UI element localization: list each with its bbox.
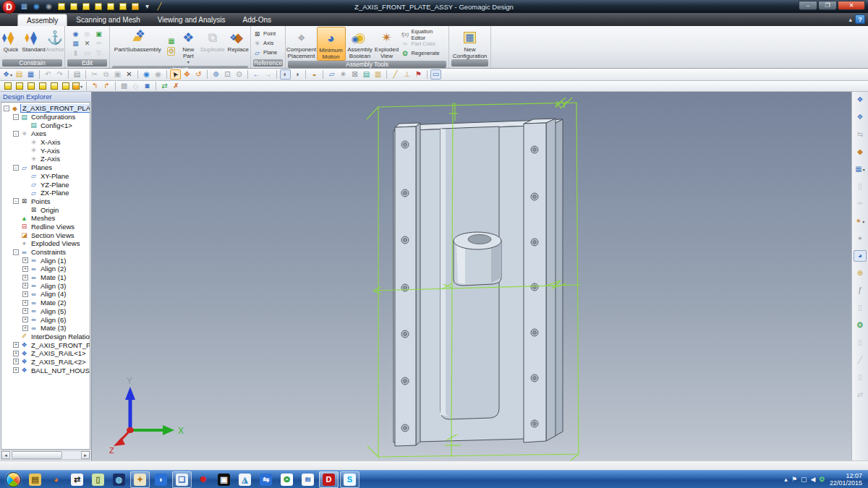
- tree-item[interactable]: -Planes: [1, 163, 90, 172]
- taskbar-item-phone-app[interactable]: ▯: [88, 471, 108, 488]
- tree-toggle[interactable]: +: [13, 351, 19, 356]
- tree-toggle[interactable]: +: [22, 317, 28, 322]
- scroll-thumb[interactable]: [12, 451, 62, 459]
- minimize-ribbon-button[interactable]: ▴: [848, 16, 852, 23]
- exploded-view-button[interactable]: ✴ Exploded View: [375, 27, 399, 61]
- network-icon[interactable]: ▢: [801, 476, 807, 483]
- monitor-button[interactable]: ▭: [430, 69, 441, 80]
- axis-ref-button[interactable]: ✳: [338, 69, 349, 80]
- tree-toggle[interactable]: +: [22, 300, 28, 306]
- view-right-button[interactable]: [93, 1, 103, 12]
- action-center-icon[interactable]: ⚑: [791, 476, 797, 483]
- anchor-part-button[interactable]: ◆: [854, 146, 867, 158]
- new-part-button[interactable]: ❖ New Part: [177, 27, 199, 66]
- tree-toggle[interactable]: +: [22, 275, 28, 281]
- view-back-button[interactable]: [14, 81, 25, 91]
- explorer-horizontal-scrollbar[interactable]: ◂ ▸: [1, 450, 90, 460]
- tree-toggle[interactable]: +: [13, 342, 19, 348]
- tree-item[interactable]: Y-Axis: [1, 146, 90, 155]
- part-color-button[interactable]: ✑Part Color: [399, 39, 448, 48]
- tree-toggle[interactable]: -: [4, 106, 9, 111]
- tab-add-ons[interactable]: Add-Ons: [234, 14, 280, 26]
- tree-item[interactable]: ZX-Plane: [1, 189, 90, 197]
- minimize-button[interactable]: –: [799, 1, 817, 10]
- edit-tool-1[interactable]: ◉: [73, 30, 79, 38]
- wireframe-view-button[interactable]: ◑: [292, 69, 302, 80]
- tree-item[interactable]: +Z_AXIS_RAIL<2>: [1, 358, 90, 367]
- zoom-fit-button[interactable]: ⊙: [234, 69, 244, 80]
- anchor-button[interactable]: ⚓ Anchor: [46, 27, 64, 59]
- view-front-button[interactable]: [56, 1, 67, 12]
- save-button[interactable]: ▦: [25, 69, 36, 80]
- edit-tool-7[interactable]: ▮: [74, 49, 77, 56]
- component-placement-button[interactable]: ⌖: [854, 233, 867, 244]
- tab-assembly[interactable]: Assembly: [17, 14, 67, 26]
- duplicate-button[interactable]: ▯: [854, 181, 867, 192]
- tree-item[interactable]: X-Axis: [1, 138, 90, 147]
- close-button[interactable]: ✕: [838, 1, 865, 10]
- tree-toggle[interactable]: +: [22, 325, 28, 331]
- view-list-dropdown[interactable]: ▾: [142, 1, 153, 12]
- tree-item[interactable]: Meshes: [1, 214, 90, 223]
- refresh-button[interactable]: ⇄: [159, 81, 170, 91]
- view-bottom-button[interactable]: [60, 81, 71, 91]
- measure-button[interactable]: ╱: [390, 69, 401, 80]
- zoom-window-button[interactable]: ⊡: [222, 69, 233, 80]
- model-right-rail[interactable]: [524, 119, 556, 442]
- regenerate-button[interactable]: ❂: [854, 320, 867, 331]
- tree-item[interactable]: +Align (3): [1, 281, 90, 290]
- point-reference-button[interactable]: ⊠Point: [251, 29, 285, 38]
- tab-viewing-and-analysis[interactable]: Viewing and Analysis: [149, 14, 234, 26]
- view-left-button[interactable]: [25, 81, 36, 91]
- tree-item[interactable]: Config<1>: [1, 121, 90, 129]
- tree-item[interactable]: +Mate (1): [1, 273, 90, 282]
- view-right-button[interactable]: [37, 81, 48, 91]
- edit-tool-6[interactable]: ✑: [96, 40, 102, 47]
- tree-item[interactable]: -Points: [1, 197, 90, 206]
- render-mode-button[interactable]: ◒: [309, 69, 320, 80]
- taskbar-item-document-viewer[interactable]: ❏: [172, 471, 192, 488]
- tree-item[interactable]: Exploded Views: [1, 239, 90, 248]
- start-button[interactable]: [6, 472, 21, 487]
- tree-item[interactable]: YZ-Plane: [1, 180, 90, 189]
- edit-tool-9[interactable]: ▽: [96, 49, 101, 56]
- tree-toggle[interactable]: +: [22, 266, 28, 272]
- taskbar-item-green-app[interactable]: ❂: [277, 471, 297, 488]
- clipboard-button[interactable]: ▥: [373, 69, 383, 80]
- assembly-boolean-button[interactable]: ◉◉ Assembly Boolean: [346, 27, 375, 61]
- tree-item[interactable]: +Mate (3): [1, 324, 90, 333]
- undo-button[interactable]: ↶: [43, 69, 54, 80]
- taskbar-item-draftsight[interactable]: ◮: [235, 471, 255, 488]
- standard-constrain-button[interactable]: ⧫⧫ Standard: [22, 27, 46, 59]
- taskbar-item-openoffice[interactable]: ≋: [298, 471, 318, 488]
- tree-toggle[interactable]: -: [13, 249, 19, 255]
- back-view-button[interactable]: ◉: [141, 69, 152, 80]
- new-configuration-button[interactable]: ▦ New Configuration: [451, 27, 490, 59]
- rotate-button[interactable]: ↺: [193, 69, 204, 80]
- save-button[interactable]: ▦: [19, 1, 30, 12]
- restore-button[interactable]: ❐: [818, 1, 837, 10]
- duplicate-button[interactable]: ⧉ Duplicate: [199, 27, 226, 66]
- tree-item[interactable]: Origin: [1, 205, 90, 214]
- equation-editor-button[interactable]: ƒ: [854, 285, 867, 296]
- taskbar-item-teamviewer[interactable]: ⇋: [256, 471, 276, 488]
- taskbar-item-skype[interactable]: S: [340, 471, 359, 488]
- tree-item[interactable]: +Align (2): [1, 265, 90, 273]
- scroll-left-arrow[interactable]: ◂: [1, 451, 10, 459]
- edit-tool-4[interactable]: ▦: [72, 40, 79, 47]
- tree-toggle[interactable]: +: [22, 308, 28, 314]
- zoom-in-button[interactable]: ⊕: [210, 69, 221, 80]
- view-top-button[interactable]: [105, 1, 116, 12]
- taskbar-item-thunderbird[interactable]: ◗: [151, 471, 171, 488]
- tree-toggle[interactable]: +: [22, 257, 28, 263]
- view-left-button[interactable]: [80, 1, 91, 12]
- taskbar-clock[interactable]: 12:07 22/01/2015: [828, 472, 867, 487]
- assembly-boolean-button[interactable]: ⊕: [854, 267, 867, 279]
- taskbar-item-windows-explorer[interactable]: ▤: [25, 471, 45, 488]
- show-hidden-icons[interactable]: ▴: [784, 476, 788, 483]
- edit-tool-8[interactable]: ▭: [84, 49, 90, 56]
- tree-item[interactable]: +Z_AXIS_FRONT_PLATE<: [1, 341, 90, 349]
- tree-item[interactable]: +Align (4): [1, 290, 90, 299]
- axis-reference-button[interactable]: ✳Axis: [251, 38, 285, 48]
- view-iso-button[interactable]: [129, 1, 140, 12]
